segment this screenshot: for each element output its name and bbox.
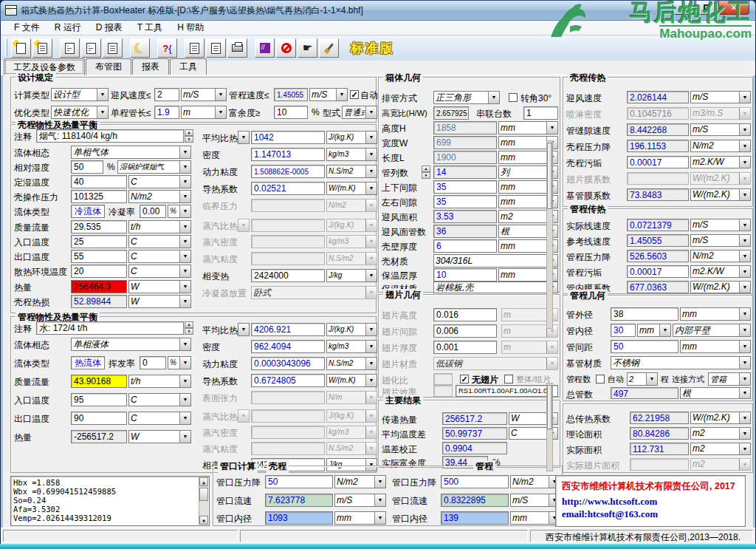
dropdown-arrow-icon[interactable]: ▼ <box>374 512 385 524</box>
dropdown-arrow-icon[interactable]: ▼ <box>97 106 108 118</box>
unit-select[interactable]: m/S▼ <box>334 494 386 507</box>
unit-select[interactable]: N/m2▼ <box>510 475 560 488</box>
value-input[interactable]: 35 <box>433 180 497 194</box>
dropdown-arrow-icon[interactable]: ▼ <box>739 373 750 385</box>
value-input[interactable]: 1042 <box>251 131 325 144</box>
passes-checkbox[interactable] <box>596 375 605 383</box>
wall-type-select[interactable]: 内部平壁▼ <box>673 324 751 337</box>
dropdown-arrow-icon[interactable]: ▼ <box>97 89 108 100</box>
dropdown-arrow-icon[interactable]: ▼ <box>365 183 377 194</box>
dropdown-arrow-icon[interactable]: ▼ <box>739 388 750 398</box>
series-count-input[interactable]: 1 <box>523 106 558 120</box>
dropdown-arrow-icon[interactable]: ▼ <box>739 308 750 320</box>
unit-select[interactable]: m/S▼ <box>510 494 560 507</box>
unit-select[interactable]: N/m2▼ <box>334 475 386 488</box>
scroll-down-icon[interactable]: ▼ <box>199 516 208 525</box>
value-input[interactable]: 962.4094 <box>251 340 325 353</box>
unit-select[interactable]: m/S▼ <box>690 234 751 247</box>
unit-select[interactable]: m/S▼ <box>690 219 751 231</box>
cp-mode-select[interactable]: ▼ <box>238 323 250 336</box>
dropdown-arrow-icon[interactable]: ▼ <box>365 324 377 335</box>
dropdown-arrow-icon[interactable]: ▼ <box>739 92 750 103</box>
vertical-scrollbar-upper[interactable] <box>546 140 553 329</box>
value-input[interactable]: 0.006 <box>433 324 497 338</box>
unit-select[interactable]: m2.K/W▼ <box>690 265 751 278</box>
spin-up-icon[interactable]: ▲ <box>422 166 430 172</box>
open-file-button[interactable] <box>32 38 52 58</box>
dropdown-arrow-icon[interactable]: ▼ <box>739 341 750 352</box>
unit-select[interactable]: W/(m2.K)▼ <box>690 412 751 424</box>
no-fin-checkbox[interactable]: ✓ <box>460 375 469 383</box>
tube-material-select[interactable]: 不锈钢▼ <box>611 356 751 369</box>
dropdown-arrow-icon[interactable]: ▼ <box>238 324 249 335</box>
connection-select[interactable]: 管箱▼ <box>708 372 751 386</box>
unit-select[interactable]: N.S/m2▼ <box>326 357 377 370</box>
dropdown-arrow-icon[interactable]: ▼ <box>336 89 347 100</box>
tube-length-unit[interactable]: m▼ <box>181 106 227 119</box>
insulation-input[interactable]: 10 <box>433 268 497 282</box>
minimize-button[interactable] <box>673 1 695 15</box>
unit-select[interactable]: N/m2▼ <box>690 250 751 262</box>
unit-select[interactable]: m2▼ <box>690 427 751 440</box>
log-output[interactable]: Hbx =1.858 Wbx =0.699041512459885 So=0.2… <box>10 476 210 526</box>
shell-material-select[interactable]: 304/316L▼ <box>433 254 558 267</box>
dropdown-arrow-icon[interactable]: ▼ <box>215 106 226 118</box>
menu-run[interactable]: R 运行 <box>47 20 89 35</box>
menu-tools[interactable]: T 工具 <box>130 20 170 35</box>
new-file-button[interactable] <box>11 38 31 58</box>
nozzle-value[interactable]: 50 <box>265 475 333 488</box>
copy-page-button[interactable] <box>185 38 205 58</box>
value[interactable]: 0.00017 <box>627 156 689 168</box>
value-input[interactable]: 0.016 <box>433 308 497 321</box>
id-unit-select[interactable]: mm▼ <box>637 324 671 337</box>
value-input[interactable]: 4206.921 <box>251 323 325 336</box>
dropdown-arrow-icon[interactable]: ▼ <box>739 282 750 293</box>
unit-select[interactable]: mm▼ <box>498 121 558 134</box>
menu-file[interactable]: F 文件 <box>7 20 47 35</box>
vendor-website-link[interactable]: http://www.htcsoft.com <box>562 495 740 508</box>
passes-select[interactable]: 2▼ <box>627 372 658 386</box>
menu-report[interactable]: D 报表 <box>89 20 130 35</box>
insulation-material-select[interactable]: 岩棉板,壳▼ <box>433 282 558 293</box>
dropdown-arrow-icon[interactable]: ▼ <box>646 373 657 385</box>
unit-select[interactable]: J/(kg.K)▼ <box>326 323 377 336</box>
dropdown-arrow-icon[interactable]: ▼ <box>374 476 385 488</box>
od-input[interactable]: 38 <box>611 307 678 321</box>
margin-input[interactable]: 10 <box>274 106 308 119</box>
value-input[interactable]: 6 <box>433 239 497 253</box>
dropdown-arrow-icon[interactable]: ▼ <box>365 375 377 386</box>
style-select[interactable]: 普通式▼ <box>342 106 377 119</box>
unit-select[interactable]: W/(m2.K)▼ <box>690 188 751 201</box>
dropdown-arrow-icon[interactable]: ▼ <box>488 92 499 103</box>
stop-button[interactable] <box>276 38 296 58</box>
unit-select[interactable]: m2.K/W▼ <box>690 156 751 168</box>
print-button[interactable] <box>227 38 247 58</box>
dropdown-arrow-icon[interactable]: ▼ <box>739 443 750 454</box>
tab-report[interactable]: 报表 <box>132 58 169 75</box>
dropdown-arrow-icon[interactable]: ▼ <box>659 324 670 336</box>
dropdown-arrow-icon[interactable]: ▼ <box>365 166 377 177</box>
cp-mode-select[interactable]: ▼ <box>238 131 250 144</box>
unit-select[interactable]: mm▼ <box>334 511 386 525</box>
scroll-thumb[interactable] <box>547 385 552 429</box>
dropdown-arrow-icon[interactable]: ▼ <box>739 140 750 151</box>
value-input[interactable]: 0.02521 <box>251 182 325 195</box>
unit-select[interactable]: W/(m.K)▼ <box>326 182 377 195</box>
assembly-checkbox[interactable] <box>504 375 513 383</box>
unit-select[interactable]: kg/m3▼ <box>326 148 377 161</box>
value-input[interactable]: 35 <box>433 195 497 208</box>
dropdown-arrow-icon[interactable]: ▼ <box>238 132 249 143</box>
unit-select[interactable]: N.S/m2▼ <box>326 165 377 178</box>
unit-select[interactable]: m2▼ <box>690 443 751 455</box>
opt-type-select[interactable]: 快速优化▼ <box>51 106 109 119</box>
tab-tools[interactable]: 工具 <box>170 58 207 75</box>
scroll-thumb[interactable] <box>547 143 552 209</box>
maximize-button[interactable] <box>695 1 718 15</box>
help-button[interactable]: ?{ <box>157 38 177 58</box>
row-count-spinner[interactable]: ▲▼ <box>422 166 430 179</box>
dropdown-arrow-icon[interactable]: ▼ <box>365 149 377 160</box>
scroll-up-icon[interactable]: ▲ <box>199 477 208 486</box>
value-input[interactable]: 1.147013 <box>251 148 325 161</box>
pitch-input[interactable]: 50 <box>611 340 678 353</box>
tube-velocity-unit[interactable]: m/S▼ <box>309 88 348 101</box>
